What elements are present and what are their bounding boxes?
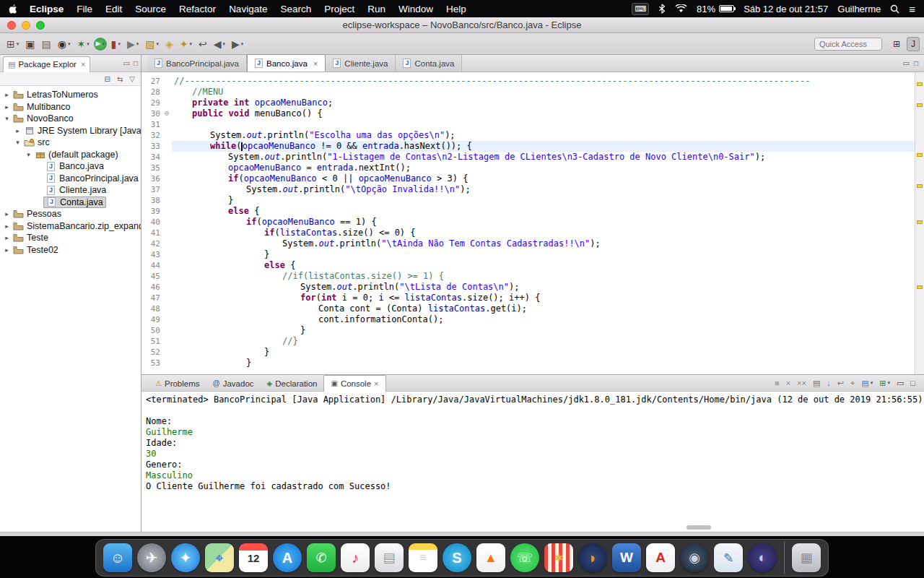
search-dropdown-icon[interactable]: ▾ (190, 41, 193, 47)
editor-tab-conta-java[interactable]: JConta.java (396, 55, 462, 72)
line-number[interactable]: 29 (141, 98, 162, 108)
code-text[interactable]: System.out.println("Escolha uma das opçõ… (172, 130, 915, 141)
run-dropdown-icon[interactable]: ▾ (102, 41, 105, 47)
trash-dock-icon[interactable]: ▦ (792, 543, 821, 572)
line-number[interactable]: 32 (141, 130, 162, 141)
line-number[interactable]: 30 (141, 108, 162, 119)
steam-dock-icon[interactable]: ◉ (680, 543, 709, 572)
code-text[interactable]: if(opcaoMenuBanco == 1) { (172, 217, 915, 228)
word-wrap-button[interactable]: ↩ (837, 379, 844, 388)
input-source-icon[interactable]: ⌨ (632, 3, 649, 15)
menu-search[interactable]: Search (280, 4, 311, 14)
safari-dock-icon[interactable]: ✦ (171, 543, 200, 572)
new-wizard-button[interactable]: ⊞▾ (4, 38, 21, 51)
code-text[interactable]: //} (172, 336, 915, 347)
open-console-button[interactable]: ⊞▾ (879, 379, 890, 388)
debug-dropdown-icon[interactable]: ▾ (87, 41, 90, 47)
maximize-view-button[interactable]: □ (910, 379, 915, 387)
line-number[interactable]: 34 (141, 152, 162, 163)
code-text[interactable]: System.out.println("1-Listagem de Contas… (172, 152, 915, 163)
display-selected-console-dropdown-icon[interactable]: ▾ (871, 380, 873, 386)
line-number[interactable]: 36 (141, 173, 162, 184)
line-number[interactable]: 39 (141, 206, 162, 217)
line-number[interactable]: 46 (141, 282, 162, 293)
close-tab-icon[interactable]: × (313, 59, 318, 68)
open-task-button[interactable]: ◉▾ (56, 38, 73, 51)
spotlight-icon[interactable] (890, 4, 899, 14)
launchpad-dock-icon[interactable]: ✈ (137, 543, 166, 572)
code-line-33[interactable]: 33while(opcaoMenuBanco != 0 && entrada.h… (141, 141, 915, 152)
code-line-43[interactable]: 43} (141, 249, 915, 260)
line-number[interactable]: 49 (141, 314, 162, 325)
tree-item-jre-system-library-java[interactable]: ▸JRE System Library [Java (0, 125, 141, 137)
console-tab-javadoc[interactable]: @Javadoc (206, 376, 261, 392)
link-with-editor-icon[interactable]: ⇆ (117, 75, 123, 83)
close-console-tab-icon[interactable]: × (374, 379, 378, 388)
scroll-lock-button[interactable]: ↓ (827, 379, 831, 387)
line-number[interactable]: 27 (141, 76, 162, 87)
tree-item-teste[interactable]: ▸Teste (0, 232, 141, 244)
tree-item-letrastonumeros[interactable]: ▸LetrasToNumeros (0, 89, 141, 101)
occurrence-marker[interactable] (917, 82, 923, 86)
code-text[interactable]: for(int i = 0; i <= listaContas.size(); … (172, 293, 915, 303)
back-dropdown-icon[interactable]: ▾ (223, 41, 226, 47)
tree-item--default-package-[interactable]: ▾(default package) (0, 149, 141, 161)
code-line-51[interactable]: 51//} (141, 336, 915, 347)
collapsed-arrow-icon[interactable]: ▸ (3, 234, 11, 241)
line-number[interactable]: 45 (141, 271, 162, 282)
maps-dock-icon[interactable]: ⌖ (205, 543, 234, 572)
skype-dock-icon[interactable]: S (443, 543, 471, 572)
popcorn-time-dock-icon[interactable]: ✱ (544, 543, 573, 572)
line-number[interactable]: 50 (141, 325, 162, 336)
occurrence-marker[interactable] (917, 103, 923, 107)
line-number[interactable]: 31 (141, 119, 162, 130)
menu-run[interactable]: Run (367, 4, 385, 14)
whatsapp-dock-icon[interactable]: ☏ (510, 543, 539, 572)
run-external-tools-button[interactable]: ▶▾ (125, 38, 141, 51)
firefox-dock-icon[interactable]: ◗ (578, 543, 607, 572)
expanded-arrow-icon[interactable]: ▾ (25, 151, 32, 158)
notification-center-icon[interactable]: ≡ (909, 3, 915, 15)
code-line-32[interactable]: 32System.out.println("Escolha uma das op… (141, 130, 915, 141)
tree-item-src[interactable]: ▾src (0, 137, 141, 149)
acrobat-dock-icon[interactable]: A (646, 543, 675, 572)
line-number[interactable]: 37 (141, 184, 162, 195)
code-line-47[interactable]: 47for(int i = 0; i <= listaContas.size()… (141, 293, 915, 303)
code-text[interactable]: } (172, 358, 915, 368)
code-line-37[interactable]: 37System.out.println("\tOpção Invalida!!… (141, 184, 915, 195)
app-store-dock-icon[interactable]: A (273, 543, 302, 572)
code-line-34[interactable]: 34System.out.println("1-Listagem de Cont… (141, 152, 915, 163)
debug-button[interactable]: ✶▾ (74, 38, 91, 51)
occurrence-marker[interactable] (917, 153, 923, 157)
code-text[interactable]: } (172, 325, 915, 336)
display-selected-console-button[interactable]: ▤▾ (861, 379, 873, 388)
menu-source[interactable]: Source (135, 4, 166, 14)
line-number[interactable]: 51 (141, 336, 162, 347)
finder-dock-icon[interactable]: ☺ (103, 543, 132, 572)
code-line-46[interactable]: 46System.out.println("\tLista de Contas\… (141, 282, 915, 293)
menu-refactor[interactable]: Refactor (179, 4, 216, 14)
user-menu[interactable]: Guilherme (837, 4, 881, 14)
code-line-44[interactable]: 44else { (141, 260, 915, 271)
editor-tab-banco-java[interactable]: JBanco.java× (247, 54, 326, 72)
code-viewport[interactable]: 27//------------------------------------… (141, 72, 924, 374)
run-button[interactable]: ▶▾ (94, 38, 107, 51)
code-line-48[interactable]: 48Conta cont = (Conta) listaContas.get(i… (141, 303, 915, 314)
maximize-view-icon[interactable]: □ (134, 59, 138, 67)
collapsed-arrow-icon[interactable]: ▸ (3, 103, 11, 111)
app-menu-eclipse[interactable]: Eclipse (30, 4, 64, 14)
code-line-41[interactable]: 41if(listaContas.size() <= 0) { (141, 228, 915, 238)
pin-console-button[interactable]: ⌖ (850, 379, 855, 388)
code-line-40[interactable]: 40if(opcaoMenuBanco == 1) { (141, 217, 915, 228)
code-text[interactable] (172, 119, 915, 130)
tree-item-conta-java[interactable]: JConta.java (0, 197, 141, 209)
line-number[interactable]: 40 (141, 217, 162, 228)
code-line-50[interactable]: 50} (141, 325, 915, 336)
code-line-35[interactable]: 35opcaoMenuBanco = entrada.nextInt(); (141, 163, 915, 173)
books-dock-icon[interactable]: ▤ (375, 543, 404, 572)
minimize-view-icon[interactable]: ▭ (123, 59, 130, 67)
facetime-dock-icon[interactable]: ✆ (307, 543, 336, 572)
maximize-editor-icon[interactable]: □ (914, 59, 918, 67)
code-text[interactable]: else { (172, 260, 915, 271)
console-tab-problems[interactable]: ⚠Problems (149, 376, 206, 392)
